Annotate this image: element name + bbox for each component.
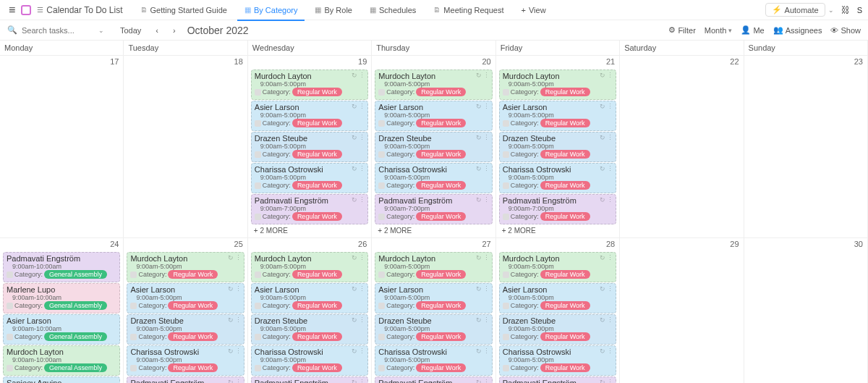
- category-tag[interactable]: Regular Work: [540, 119, 590, 127]
- category-tag[interactable]: Regular Work: [292, 301, 342, 310]
- cell-17[interactable]: 17: [0, 56, 124, 238]
- event-card[interactable]: ↻⋮Asier Larson9:00am-5:00pmCategory:Regu…: [375, 101, 492, 131]
- category-tag[interactable]: Regular Work: [416, 212, 466, 221]
- drag-icon[interactable]: ⋮: [483, 348, 490, 355]
- event-card[interactable]: Murdoch Layton9:00am-10:00amCategory:Gen…: [3, 345, 120, 376]
- category-tag[interactable]: Regular Work: [416, 150, 466, 159]
- category-tag[interactable]: Regular Work: [540, 363, 590, 372]
- drag-icon[interactable]: ⋮: [607, 348, 613, 355]
- cell-27[interactable]: 27 ↻⋮Murdoch Layton9:00am-5:00pmCategory…: [372, 238, 495, 383]
- category-tag[interactable]: Regular Work: [540, 301, 590, 310]
- event-card[interactable]: ↻⋮Murdoch Layton9:00am-5:00pmCategory:Re…: [251, 252, 368, 282]
- app-logo[interactable]: [21, 5, 31, 15]
- event-card[interactable]: ↻⋮Murdoch Layton9:00am-5:00pmCategory:Re…: [375, 252, 492, 282]
- event-card[interactable]: ↻⋮Charissa Ostrowski9:00am-5:00pmCategor…: [375, 163, 492, 193]
- category-tag[interactable]: Regular Work: [540, 332, 590, 341]
- category-tag[interactable]: Regular Work: [292, 212, 342, 221]
- category-tag[interactable]: General Assembly: [44, 363, 107, 372]
- drag-icon[interactable]: ⋮: [607, 134, 613, 141]
- drag-icon[interactable]: ⋮: [483, 254, 490, 261]
- page-title[interactable]: ☰ Calendar To Do List: [37, 5, 122, 15]
- category-tag[interactable]: Regular Work: [540, 150, 590, 159]
- view-by-category[interactable]: ▦ By Category: [237, 0, 305, 20]
- filter-button[interactable]: ⚙Filter: [668, 25, 695, 35]
- drag-icon[interactable]: ⋮: [359, 103, 365, 110]
- event-card[interactable]: Sanjeev Aquino9:00am-10:00amCategory:Gen…: [3, 376, 120, 383]
- category-tag[interactable]: General Assembly: [44, 332, 107, 341]
- event-card[interactable]: ↻⋮Murdoch Layton9:00am-5:00pmCategory:Re…: [251, 70, 368, 100]
- cell-21[interactable]: 21 ↻⋮Murdoch Layton9:00am-5:00pmCategory…: [496, 56, 620, 238]
- event-card[interactable]: ↻⋮Padmavati Engström9:00am-7:00pmCategor…: [499, 376, 616, 383]
- category-tag[interactable]: Regular Work: [416, 88, 466, 96]
- category-tag[interactable]: Regular Work: [292, 150, 342, 159]
- event-card[interactable]: ↻⋮Charissa Ostrowski9:00am-5:00pmCategor…: [127, 345, 244, 376]
- category-tag[interactable]: Regular Work: [540, 88, 590, 96]
- category-tag[interactable]: Regular Work: [416, 301, 466, 310]
- event-card[interactable]: ↻⋮Asier Larson9:00am-5:00pmCategory:Regu…: [375, 283, 492, 313]
- drag-icon[interactable]: ⋮: [359, 72, 365, 79]
- view-getting-started[interactable]: 🗎 Getting Started Guide: [133, 0, 234, 20]
- prev-month-button[interactable]: ‹: [153, 26, 161, 35]
- event-card[interactable]: ↻⋮Padmavati Engström9:00am-7:00pmCategor…: [375, 376, 492, 383]
- category-tag[interactable]: Regular Work: [416, 332, 466, 341]
- cell-18[interactable]: 18: [124, 56, 247, 238]
- category-tag[interactable]: Regular Work: [540, 270, 590, 279]
- drag-icon[interactable]: ⋮: [359, 134, 365, 141]
- drag-icon[interactable]: ⋮: [235, 348, 242, 355]
- drag-icon[interactable]: ⋮: [607, 103, 613, 110]
- category-tag[interactable]: Regular Work: [168, 363, 218, 372]
- event-card[interactable]: ↻⋮Drazen Steube9:00am-5:00pmCategory:Reg…: [375, 132, 492, 162]
- category-tag[interactable]: Regular Work: [168, 270, 218, 279]
- event-card[interactable]: ↻⋮Drazen Steube9:00am-5:00pmCategory:Reg…: [375, 314, 492, 345]
- drag-icon[interactable]: ⋮: [359, 379, 365, 383]
- category-tag[interactable]: Regular Work: [416, 181, 466, 190]
- automate-button[interactable]: ⚡ Automate: [765, 3, 825, 17]
- drag-icon[interactable]: ⋮: [483, 72, 490, 79]
- search-input[interactable]: [22, 26, 94, 35]
- cell-28[interactable]: 28 ↻⋮Murdoch Layton9:00am-5:00pmCategory…: [496, 238, 620, 383]
- drag-icon[interactable]: ⋮: [483, 316, 490, 324]
- event-card[interactable]: ↻⋮Drazen Steube9:00am-5:00pmCategory:Reg…: [251, 132, 368, 162]
- event-card[interactable]: ↻⋮Asier Larson9:00am-5:00pmCategory:Regu…: [251, 283, 368, 313]
- view-meeting-request[interactable]: 🗎 Meeting Request: [426, 0, 511, 20]
- next-month-button[interactable]: ›: [170, 26, 179, 35]
- search-box[interactable]: 🔍 ⌄: [7, 25, 109, 35]
- event-card[interactable]: ↻⋮Asier Larson9:00am-5:00pmCategory:Regu…: [499, 283, 616, 313]
- event-card[interactable]: ↻⋮Asier Larson9:00am-5:00pmCategory:Regu…: [499, 101, 616, 131]
- me-button[interactable]: 👤Me: [741, 25, 764, 35]
- category-tag[interactable]: Regular Work: [540, 212, 590, 221]
- drag-icon[interactable]: ⋮: [483, 379, 490, 383]
- category-tag[interactable]: Regular Work: [292, 332, 342, 341]
- category-tag[interactable]: Regular Work: [168, 301, 218, 310]
- cell-25[interactable]: 25 ↻⋮Murdoch Layton9:00am-5:00pmCategory…: [124, 238, 247, 383]
- today-button[interactable]: Today: [117, 26, 144, 35]
- event-card[interactable]: Asier Larson9:00am-10:00amCategory:Gener…: [3, 314, 120, 345]
- drag-icon[interactable]: ⋮: [607, 254, 613, 261]
- cell-29[interactable]: 29: [620, 238, 744, 383]
- automate-dropdown[interactable]: ⌄: [828, 7, 834, 14]
- cell-23[interactable]: 23: [744, 56, 868, 238]
- drag-icon[interactable]: ⋮: [607, 72, 613, 79]
- cell-26[interactable]: 26 ↻⋮Murdoch Layton9:00am-5:00pmCategory…: [248, 238, 372, 383]
- drag-icon[interactable]: ⋮: [607, 196, 613, 203]
- category-tag[interactable]: Regular Work: [416, 270, 466, 279]
- event-card[interactable]: Padmavati Engström9:00am-10:00amCategory…: [3, 252, 120, 282]
- drag-icon[interactable]: ⋮: [607, 165, 613, 172]
- category-tag[interactable]: General Assembly: [44, 270, 107, 279]
- drag-icon[interactable]: ⋮: [235, 316, 242, 324]
- event-card[interactable]: ↻⋮Asier Larson9:00am-5:00pmCategory:Regu…: [127, 283, 244, 313]
- event-card[interactable]: ↻⋮Asier Larson9:00am-5:00pmCategory:Regu…: [251, 101, 368, 131]
- event-card[interactable]: ↻⋮Padmavati Engström9:00am-7:00pmCategor…: [499, 194, 616, 224]
- event-card[interactable]: ↻⋮Murdoch Layton9:00am-5:00pmCategory:Re…: [499, 70, 616, 100]
- cell-24[interactable]: 24 Padmavati Engström9:00am-10:00amCateg…: [0, 238, 124, 383]
- drag-icon[interactable]: ⋮: [359, 165, 365, 172]
- drag-icon[interactable]: ⋮: [235, 285, 242, 292]
- category-tag[interactable]: Regular Work: [416, 363, 466, 372]
- assignees-button[interactable]: 👥Assignees: [773, 25, 822, 35]
- more-link[interactable]: + 2 MORE: [498, 225, 618, 236]
- drag-icon[interactable]: ⋮: [359, 316, 365, 324]
- category-tag[interactable]: Regular Work: [292, 270, 342, 279]
- category-tag[interactable]: General Assembly: [44, 301, 107, 310]
- event-card[interactable]: ↻⋮Murdoch Layton9:00am-5:00pmCategory:Re…: [127, 252, 244, 282]
- drag-icon[interactable]: ⋮: [359, 196, 365, 203]
